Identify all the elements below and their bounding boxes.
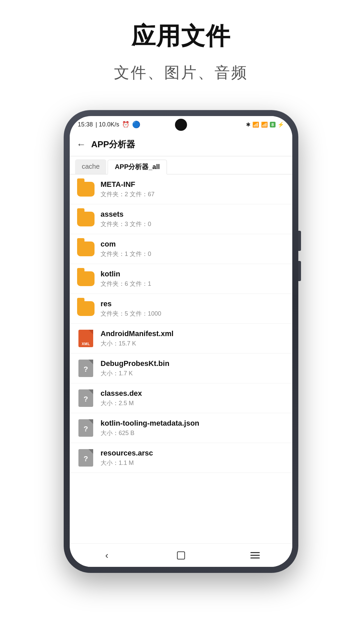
back-button[interactable]: ←: [76, 139, 86, 150]
page-header: 应用文件 文件、图片、音频: [114, 20, 248, 83]
file-info: META-INF 文件夹：2 文件：67: [101, 180, 286, 198]
list-item[interactable]: META-INF 文件夹：2 文件：67: [70, 174, 292, 204]
back-chevron-icon: ‹: [105, 550, 108, 561]
list-item[interactable]: com 文件夹：1 文件：0: [70, 234, 292, 264]
phone-wrapper: 15:38 | 10.0K/s ⏰ 🔵 ✱ 📶 📶 8 ⚡ ← APP分析器 c…: [64, 110, 298, 573]
file-name: classes.dex: [101, 389, 286, 398]
status-speed: | 10.0K/s: [96, 121, 119, 128]
page-title: 应用文件: [114, 20, 248, 52]
menu-lines-icon: [250, 552, 260, 558]
tab-cache[interactable]: cache: [75, 159, 106, 174]
list-item[interactable]: ? classes.dex 大小：2.5 M: [70, 383, 292, 413]
file-info: kotlin-tooling-metadata.json 大小：625 B: [101, 419, 286, 437]
file-name: res: [101, 300, 286, 308]
file-name: AndroidManifest.xml: [101, 329, 286, 338]
file-info: AndroidManifest.xml 大小：15.7 K: [101, 329, 286, 347]
status-app-icon: 🔵: [132, 120, 140, 128]
file-name: kotlin: [101, 270, 286, 278]
side-button-2: [298, 261, 301, 281]
file-info: resources.arsc 大小：1.1 M: [101, 449, 286, 467]
file-name: kotlin-tooling-metadata.json: [101, 419, 286, 428]
generic-file-icon: ?: [78, 360, 93, 377]
tab-bar: cache APP分析器_all: [70, 156, 292, 174]
file-meta: 大小：1.7 K: [101, 369, 286, 377]
file-name: META-INF: [101, 180, 286, 189]
nav-home-button[interactable]: [174, 548, 188, 563]
generic-file-icon: ?: [78, 389, 93, 407]
file-meta: 文件夹：1 文件：0: [101, 250, 286, 258]
folder-icon: [77, 241, 95, 256]
bluetooth-icon: ✱: [246, 121, 250, 128]
generic-file-icon: ?: [78, 419, 93, 437]
list-item[interactable]: XML AndroidManifest.xml 大小：15.7 K: [70, 324, 292, 354]
file-meta: 文件夹：5 文件：1000: [101, 310, 286, 318]
file-info: com 文件夹：1 文件：0: [101, 240, 286, 258]
file-name: resources.arsc: [101, 449, 286, 458]
status-right: ✱ 📶 📶 8 ⚡: [246, 121, 284, 128]
file-info: kotlin 文件夹：6 文件：1: [101, 270, 286, 288]
generic-file-icon: ?: [78, 449, 93, 467]
folder-icon: [77, 182, 95, 197]
folder-icon: [77, 301, 95, 316]
phone-screen: 15:38 | 10.0K/s ⏰ 🔵 ✱ 📶 📶 8 ⚡ ← APP分析器 c…: [70, 116, 292, 567]
file-name: com: [101, 240, 286, 249]
file-meta: 文件夹：2 文件：67: [101, 190, 286, 198]
status-camera: [175, 119, 187, 131]
list-item[interactable]: assets 文件夹：3 文件：0: [70, 204, 292, 234]
file-meta: 大小：15.7 K: [101, 339, 286, 347]
status-bar: 15:38 | 10.0K/s ⏰ 🔵 ✱ 📶 📶 8 ⚡: [70, 116, 292, 133]
bottom-nav: ‹: [70, 543, 292, 567]
file-meta: 大小：1.1 M: [101, 459, 286, 467]
tab-all[interactable]: APP分析器_all: [108, 160, 167, 174]
file-list: META-INF 文件夹：2 文件：67 assets 文件夹：3 文件：0 c…: [70, 174, 292, 543]
file-meta: 文件夹：3 文件：0: [101, 220, 286, 228]
file-info: res 文件夹：5 文件：1000: [101, 300, 286, 318]
page-subtitle: 文件、图片、音频: [114, 62, 248, 83]
status-alarm-icon: ⏰: [122, 121, 129, 128]
file-meta: 大小：2.5 M: [101, 399, 286, 407]
file-info: assets 文件夹：3 文件：0: [101, 210, 286, 228]
xml-icon: XML: [78, 330, 93, 347]
list-item[interactable]: res 文件夹：5 文件：1000: [70, 294, 292, 324]
status-left: 15:38 | 10.0K/s ⏰ 🔵: [78, 120, 140, 128]
file-meta: 文件夹：6 文件：1: [101, 280, 286, 288]
file-info: DebugProbesKt.bin 大小：1.7 K: [101, 359, 286, 377]
battery-icon: 8: [270, 122, 276, 127]
app-bar: ← APP分析器: [70, 133, 292, 156]
charging-icon: ⚡: [278, 121, 284, 128]
folder-icon: [77, 212, 95, 226]
signal-icon: 📶: [252, 121, 259, 128]
file-info: classes.dex 大小：2.5 M: [101, 389, 286, 407]
list-item[interactable]: ? kotlin-tooling-metadata.json 大小：625 B: [70, 413, 292, 443]
app-bar-title: APP分析器: [91, 139, 135, 150]
file-meta: 大小：625 B: [101, 429, 286, 437]
nav-back-button[interactable]: ‹: [100, 548, 114, 563]
list-item[interactable]: ? DebugProbesKt.bin 大小：1.7 K: [70, 354, 292, 383]
file-name: assets: [101, 210, 286, 219]
home-square-icon: [177, 551, 185, 559]
list-item[interactable]: ? resources.arsc 大小：1.1 M: [70, 443, 292, 473]
status-time: 15:38: [78, 121, 93, 128]
nav-menu-button[interactable]: [248, 548, 262, 563]
file-name: DebugProbesKt.bin: [101, 359, 286, 368]
wifi-icon: 📶: [261, 121, 268, 128]
side-button-1: [298, 231, 301, 251]
folder-icon: [77, 271, 95, 286]
list-item[interactable]: kotlin 文件夹：6 文件：1: [70, 264, 292, 294]
